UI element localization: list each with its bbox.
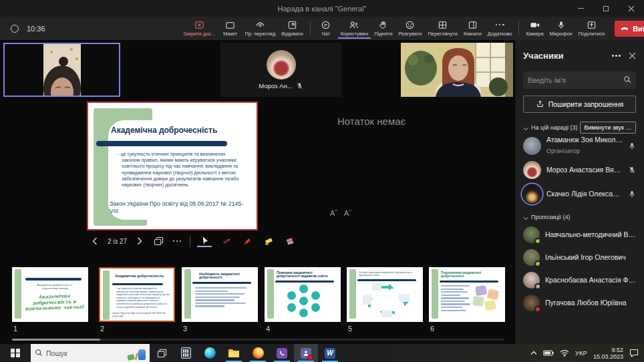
taskbar-firefox[interactable] — [246, 344, 270, 362]
share-screen-icon — [587, 20, 597, 30]
toolbar-raise-hand[interactable]: Підняти — [371, 19, 395, 39]
language-indicator[interactable]: УКР — [575, 349, 587, 357]
firefox-icon — [253, 347, 264, 359]
suggestion-row[interactable]: Навчально-методичний Відділ — [523, 223, 636, 246]
chevron-down-icon[interactable] — [523, 211, 528, 223]
wifi-icon[interactable] — [560, 349, 569, 357]
suggestion-row[interactable]: Ільїнський Ігор Олегович — [523, 246, 636, 268]
mic-icon[interactable] — [628, 190, 636, 198]
scrollbar-thumb[interactable] — [12, 339, 100, 341]
participant-search-input[interactable] — [528, 76, 623, 84]
slide-thumbnail-2-current[interactable]: Академічна доброчесність - це сукупність… — [99, 267, 175, 322]
toolbar-private-view[interactable]: Пр. перегляд — [243, 19, 279, 39]
participant-row[interactable]: Мороз Анастасия Вячеславовна — [523, 158, 636, 182]
rooms-icon — [468, 20, 478, 30]
video-tile-speaker-2[interactable] — [401, 43, 513, 97]
leave-button[interactable]: Вийти — [615, 21, 644, 37]
suggestion-row[interactable]: Краснобаєва Анастасія Федорівна — [523, 268, 636, 291]
toolbar-stop-share[interactable]: Закрити дос... — [180, 19, 218, 39]
mic-muted-icon[interactable] — [628, 166, 636, 174]
timer-icon — [11, 25, 19, 33]
toolbar-layout[interactable]: Макет — [219, 19, 242, 39]
taskbar-word[interactable]: W — [318, 344, 342, 362]
font-increase-button[interactable]: Aˆ — [330, 209, 337, 217]
panel-title: Учасники — [523, 51, 563, 61]
chevron-down-icon[interactable] — [523, 122, 528, 134]
taskbar-calculator[interactable] — [174, 344, 198, 362]
meeting-content: Мороз Ан... — [0, 40, 644, 344]
taskbar-viber[interactable] — [270, 344, 294, 362]
people-icon — [349, 20, 359, 30]
video-tile-moroz[interactable]: Мороз Ан... — [220, 43, 341, 97]
status-available-icon — [534, 260, 541, 267]
mic-muted-icon — [296, 82, 303, 89]
participant-row[interactable]: Атаманюк Зоя Миколаївна Організатор — [523, 134, 636, 158]
search-daily-illustration — [128, 347, 146, 360]
cursor-tool[interactable] — [197, 236, 212, 247]
taskbar-teams[interactable] — [294, 344, 318, 362]
system-tray: УКР 9:52 15.03.2023 — [530, 344, 644, 362]
slide-thumbnail-3[interactable]: Необхідність академічної доброчесності — [182, 267, 258, 322]
toolbar-microphone[interactable]: Мікрофон — [547, 19, 575, 39]
avatar — [523, 249, 540, 266]
avatar — [523, 295, 540, 311]
slide-thumbnail-5[interactable]: Основні принципи академічної доброчеснос… — [347, 267, 423, 322]
slide-more-icon[interactable] — [171, 234, 183, 248]
slide-grid-icon[interactable] — [152, 234, 164, 248]
mic-icon[interactable] — [628, 142, 636, 150]
toolbar-items: Закрити дос... Макет Пр. перегляд Відірв… — [180, 19, 644, 39]
pen-tool[interactable] — [240, 236, 255, 246]
slide-thumbnail-1[interactable]: Академічна доброчесність в навчальному з… — [12, 267, 88, 322]
minimize-button[interactable] — [568, 0, 593, 17]
battery-icon[interactable] — [543, 350, 554, 356]
notification-center-icon[interactable] — [629, 349, 639, 357]
toolbar-more[interactable]: Додатково — [485, 19, 515, 39]
toolbar-react[interactable]: Реагувати — [395, 19, 424, 39]
toolbar-view[interactable]: Переглянути — [425, 19, 460, 39]
meeting-toolbar: 10:36 Закрити дос... Макет Пр. перегляд … — [0, 17, 644, 40]
mute-all-button[interactable]: Вимкнути звук для ... — [580, 122, 636, 134]
taskbar-search-input[interactable] — [46, 349, 124, 357]
clock-time: 9:52 — [611, 347, 623, 353]
maximize-button[interactable] — [593, 0, 619, 17]
close-button[interactable] — [619, 0, 644, 17]
taskbar-edge[interactable] — [198, 344, 222, 362]
taskbar-file-explorer[interactable] — [222, 344, 246, 362]
window-controls — [568, 0, 644, 17]
task-view-button[interactable] — [150, 344, 174, 362]
avatar — [523, 161, 541, 179]
hang-up-icon — [620, 25, 629, 33]
react-icon — [405, 20, 415, 30]
toolbar-people[interactable]: Користувачі — [338, 19, 371, 39]
status-offline-icon — [534, 283, 541, 290]
laser-pointer-tool[interactable] — [218, 236, 233, 246]
hidden-icons-chevron[interactable] — [530, 351, 537, 355]
panel-more-icon[interactable] — [612, 55, 621, 57]
slide-position: 2 із 27 — [108, 238, 127, 245]
taskbar-search[interactable] — [31, 344, 150, 362]
toolbar-pop-out[interactable]: Відірвати — [279, 19, 305, 39]
eraser-tool[interactable] — [283, 236, 297, 246]
taskbar-clock[interactable]: 9:52 15.03.2023 — [593, 347, 623, 360]
highlighter-tool[interactable] — [261, 236, 276, 246]
panel-close-icon[interactable] — [629, 52, 636, 59]
font-decrease-button[interactable]: Aˇ — [344, 209, 351, 217]
previous-slide-button[interactable] — [89, 234, 101, 248]
slide-thumbnail-6[interactable]: Порушенням академічної доброчесності — [429, 267, 505, 322]
toolbar-chat[interactable]: Чат — [315, 19, 337, 39]
raise-hand-icon — [378, 20, 388, 30]
word-icon: W — [325, 348, 335, 359]
video-tile-active-speaker[interactable] — [3, 43, 120, 97]
share-invite-button[interactable]: Поширити запрошення — [523, 96, 636, 113]
suggestion-row[interactable]: Пугачова Любов Юріївна — [523, 291, 636, 314]
start-button[interactable] — [0, 344, 31, 362]
shared-slide[interactable]: Академічна доброчесність - це сукупність… — [87, 102, 258, 230]
participant-search[interactable] — [523, 71, 636, 89]
toolbar-camera[interactable]: Камера — [523, 19, 546, 39]
avatar — [523, 137, 541, 155]
participant-row[interactable]: Скачко Лідія Олександрівна — [523, 182, 636, 206]
slide-thumbnail-4[interactable]: Принципи академічної доброчесності надав… — [265, 267, 341, 322]
toolbar-rooms[interactable]: Кімнати — [461, 19, 484, 39]
next-slide-button[interactable] — [134, 234, 146, 248]
toolbar-share-screen[interactable]: Поділитися — [576, 19, 607, 39]
